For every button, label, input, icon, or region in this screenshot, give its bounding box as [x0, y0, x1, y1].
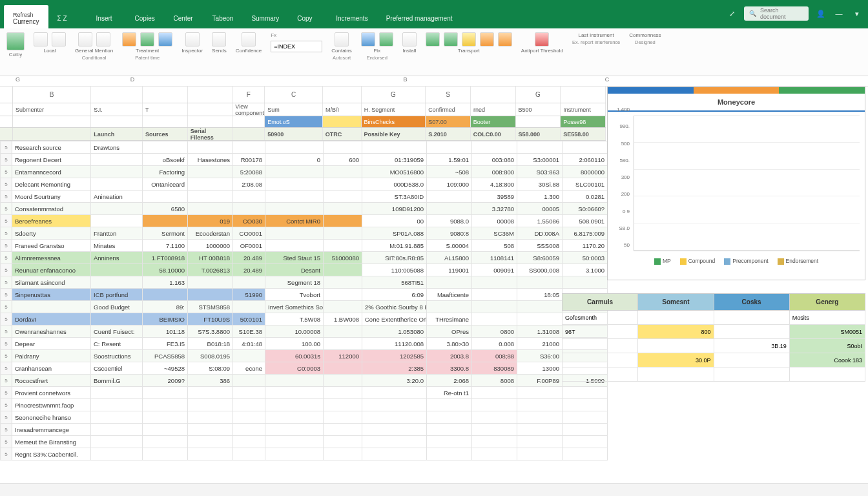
- chevron-down-icon[interactable]: ▾: [851, 8, 863, 19]
- cell[interactable]: SP01A.088: [362, 227, 427, 240]
- cell[interactable]: 119001: [427, 264, 472, 276]
- cell[interactable]: [91, 276, 143, 289]
- cell[interactable]: [362, 399, 427, 411]
- cell[interactable]: [324, 436, 362, 448]
- cell[interactable]: [233, 387, 265, 399]
- cell[interactable]: 20.489: [233, 252, 265, 264]
- cell[interactable]: [517, 141, 563, 154]
- cell[interactable]: S36:00: [517, 350, 563, 362]
- cell[interactable]: Moord Sourtrany: [12, 191, 91, 203]
- cell[interactable]: [143, 399, 188, 411]
- cell[interactable]: Owenraneshannes: [12, 326, 91, 338]
- cell[interactable]: [324, 375, 362, 387]
- column-letter[interactable]: S: [426, 87, 471, 103]
- cell[interactable]: [324, 166, 362, 178]
- cell[interactable]: [324, 301, 362, 313]
- cell[interactable]: 1.FT008918: [143, 252, 188, 264]
- cell[interactable]: [472, 424, 517, 436]
- cell[interactable]: [143, 448, 188, 460]
- cell[interactable]: 1170.20: [563, 240, 608, 252]
- cell[interactable]: [143, 424, 188, 436]
- cell[interactable]: 9080:8: [427, 227, 472, 240]
- cell[interactable]: [472, 411, 517, 424]
- cell[interactable]: [91, 411, 143, 424]
- cell[interactable]: [91, 436, 143, 448]
- cell[interactable]: BEIMSIO: [143, 313, 188, 326]
- cell[interactable]: [233, 301, 265, 313]
- cell[interactable]: [563, 399, 608, 411]
- cell[interactable]: 60.0031s: [265, 350, 324, 362]
- cell[interactable]: 2009?: [143, 375, 188, 387]
- cell[interactable]: Memeut the Biransting: [12, 436, 91, 448]
- cell[interactable]: 0.008: [472, 338, 517, 350]
- ribbon-tab[interactable]: RefreshCurrency: [4, 5, 48, 28]
- cell[interactable]: S.00004: [427, 240, 472, 252]
- cell[interactable]: 003:080: [472, 154, 517, 166]
- cell[interactable]: AL15800: [427, 252, 472, 264]
- cell[interactable]: [233, 203, 265, 215]
- cell[interactable]: 386: [188, 375, 233, 387]
- ribbon-tab[interactable]: Preferred management: [377, 5, 462, 28]
- search-box[interactable]: 🔍 Search document: [744, 6, 809, 21]
- cell[interactable]: 00008: [472, 215, 517, 227]
- cell[interactable]: [472, 387, 517, 399]
- cell[interactable]: 8008: [472, 375, 517, 387]
- cell[interactable]: [427, 448, 472, 460]
- cell[interactable]: ST:3A80ID: [362, 191, 427, 203]
- cell[interactable]: 2% Goothic Sourby 8 Buentclone EOI81y: [362, 301, 427, 313]
- cell[interactable]: [517, 436, 563, 448]
- cell[interactable]: 1.59:01: [427, 154, 472, 166]
- generic-icon[interactable]: [335, 32, 349, 46]
- summary-col[interactable]: Carmuls: [563, 294, 638, 311]
- cell[interactable]: FT10U9S: [188, 313, 233, 326]
- cell[interactable]: 830089: [472, 362, 517, 375]
- cell[interactable]: [324, 424, 362, 436]
- cell[interactable]: S7S.3.8800: [188, 326, 233, 338]
- cell[interactable]: [427, 424, 472, 436]
- cell[interactable]: [91, 178, 143, 191]
- cell[interactable]: [472, 313, 517, 326]
- cell[interactable]: [427, 411, 472, 424]
- ribbon-tab[interactable]: Increments: [327, 5, 377, 28]
- cell[interactable]: 13000: [517, 362, 563, 375]
- account-icon[interactable]: 👤: [815, 8, 827, 19]
- cell[interactable]: 1.053080: [362, 326, 427, 338]
- cell[interactable]: 1.31008: [517, 326, 563, 338]
- cell[interactable]: 9088.0: [427, 215, 472, 227]
- cell[interactable]: 112000: [324, 350, 362, 362]
- cell[interactable]: [265, 375, 324, 387]
- cell[interactable]: [324, 240, 362, 252]
- generic-icon[interactable]: [402, 32, 417, 46]
- cell[interactable]: Rococstfrert: [12, 375, 91, 387]
- cell[interactable]: F.00P89: [517, 375, 563, 387]
- cell[interactable]: oBsoekf: [143, 154, 188, 166]
- cell[interactable]: 008;88: [472, 350, 517, 362]
- cell[interactable]: 1108141: [472, 252, 517, 264]
- cell[interactable]: T.0026813: [188, 264, 233, 276]
- cell[interactable]: [265, 166, 324, 178]
- cell[interactable]: [188, 203, 233, 215]
- cell[interactable]: M:01.91.885: [362, 240, 427, 252]
- cell[interactable]: [517, 276, 563, 289]
- cell[interactable]: Soostructions: [91, 350, 143, 362]
- cell[interactable]: 50:0101: [233, 313, 265, 326]
- cell[interactable]: [233, 375, 265, 387]
- cell[interactable]: 8000000: [563, 166, 608, 178]
- cell[interactable]: [265, 399, 324, 411]
- cell[interactable]: [91, 387, 143, 399]
- cell[interactable]: Invert Somethics Soporiod: [265, 301, 324, 313]
- cell[interactable]: 0:0281: [563, 191, 608, 203]
- cell[interactable]: [324, 399, 362, 411]
- data-grid[interactable]: 5Research sourceDrawtons5Regonent Decert…: [0, 141, 608, 460]
- cell[interactable]: 3300.8: [427, 362, 472, 375]
- cell[interactable]: 89:: [143, 301, 188, 313]
- cell[interactable]: [427, 276, 472, 289]
- cell[interactable]: S3:00001: [517, 154, 563, 166]
- cell[interactable]: 6580: [143, 203, 188, 215]
- cell[interactable]: DordavI: [12, 313, 91, 326]
- cell[interactable]: [265, 141, 324, 154]
- cell[interactable]: Cscoentiel: [91, 362, 143, 375]
- cell[interactable]: Consatenmrnstod: [12, 203, 91, 215]
- cell[interactable]: [91, 399, 143, 411]
- cell[interactable]: [563, 424, 608, 436]
